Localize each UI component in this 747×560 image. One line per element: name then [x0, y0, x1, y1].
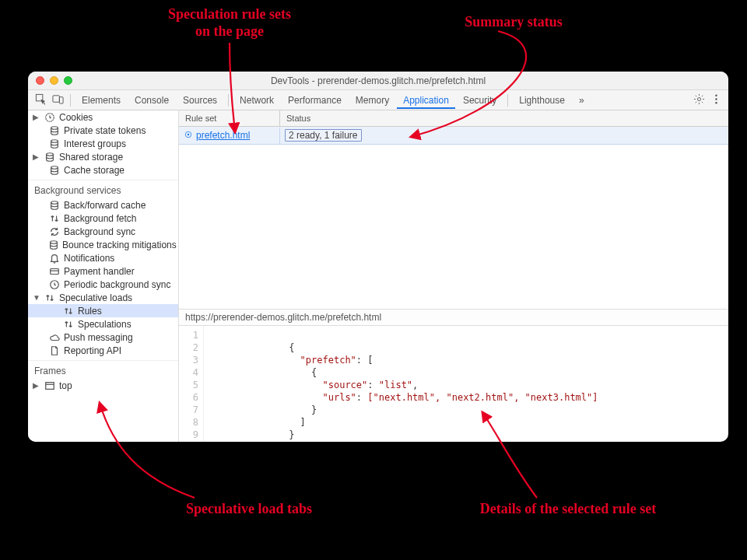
- sidebar-item-interest-groups[interactable]: Interest groups: [28, 137, 178, 150]
- sidebar-item-notifications[interactable]: Notifications: [28, 251, 178, 264]
- svg-rect-2: [59, 96, 63, 103]
- sidebar-heading-frames: Frames: [28, 360, 178, 379]
- minimize-window-button[interactable]: [50, 76, 58, 85]
- svg-point-12: [51, 201, 58, 204]
- source-path: https://prerender-demos.glitch.me/prefet…: [179, 309, 728, 325]
- sidebar-item-private-state-tokens[interactable]: Private state tokens: [28, 124, 178, 137]
- database-icon: [48, 125, 61, 136]
- device-toolbar-icon[interactable]: [50, 93, 65, 107]
- updown-icon: [62, 306, 75, 317]
- database-icon: [48, 138, 61, 149]
- traffic-lights: [36, 76, 72, 85]
- svg-point-4: [715, 94, 717, 96]
- window-title: DevTools - prerender-demos.glitch.me/pre…: [28, 75, 728, 86]
- close-window-button[interactable]: [36, 76, 44, 85]
- database-icon: [48, 200, 61, 211]
- svg-point-11: [51, 166, 58, 169]
- devtools-tabbar: Elements Console Sources Network Perform…: [28, 90, 728, 110]
- tab-network[interactable]: Network: [233, 92, 280, 109]
- source-code[interactable]: { "prefetch": [ { "source": "list", "url…: [204, 326, 728, 442]
- window-titlebar: DevTools - prerender-demos.glitch.me/pre…: [28, 72, 728, 90]
- svg-rect-14: [51, 268, 59, 274]
- tab-performance[interactable]: Performance: [282, 92, 348, 109]
- line-gutter: 123456789: [179, 326, 204, 442]
- svg-point-9: [51, 139, 58, 142]
- maximize-window-button[interactable]: [64, 76, 72, 85]
- sidebar-item-payment-handler[interactable]: Payment handler: [28, 264, 178, 278]
- sidebar-item-top-frame[interactable]: ▶top: [28, 379, 178, 392]
- ruleset-status[interactable]: 2 ready, 1 failure: [280, 127, 728, 144]
- database-icon: [48, 240, 59, 250]
- kebab-menu-icon[interactable]: [708, 93, 724, 107]
- sidebar-item-push-messaging[interactable]: Push messaging: [28, 331, 178, 344]
- annotation-speculative-tabs: Speculative load tabs: [148, 501, 350, 518]
- sidebar-item-bg-fetch[interactable]: Background fetch: [28, 212, 178, 225]
- svg-rect-1: [52, 95, 58, 101]
- source-code-pane: 123456789 { "prefetch": [ { "source": "l…: [179, 325, 728, 442]
- tab-sources[interactable]: Sources: [177, 92, 223, 109]
- annotation-rule-sets: Speculation rule setson the page: [140, 6, 319, 40]
- updown-icon: [48, 213, 61, 224]
- svg-point-18: [188, 133, 189, 135]
- application-sidebar: ▶Cookies Private state tokens Interest g…: [28, 110, 179, 442]
- inspect-icon[interactable]: [33, 93, 48, 107]
- ruleset-link[interactable]: prefetch.html: [179, 128, 280, 144]
- database-icon: [48, 165, 61, 176]
- database-icon: [44, 152, 56, 163]
- bell-icon: [48, 253, 61, 264]
- rules-table-header: Rule set Status: [179, 110, 728, 127]
- sidebar-item-reporting-api[interactable]: Reporting API: [28, 344, 178, 357]
- ruleset-row[interactable]: prefetch.html 2 ready, 1 failure: [179, 127, 728, 145]
- tab-console[interactable]: Console: [128, 92, 175, 109]
- sidebar-heading-background-services: Background services: [28, 180, 178, 198]
- clock-icon: [48, 279, 61, 290]
- card-icon: [48, 266, 61, 277]
- svg-point-5: [715, 98, 717, 100]
- annotation-summary-status: Summary status: [436, 14, 591, 31]
- svg-point-3: [697, 97, 700, 100]
- svg-rect-16: [46, 382, 54, 389]
- tab-lighthouse[interactable]: Lighthouse: [513, 92, 571, 109]
- sidebar-item-bg-sync[interactable]: Background sync: [28, 225, 178, 238]
- tab-security[interactable]: Security: [457, 92, 503, 109]
- sidebar-item-speculative-loads[interactable]: ▼Speculative loads: [28, 291, 178, 304]
- col-header-ruleset[interactable]: Rule set: [179, 110, 280, 126]
- svg-point-10: [47, 152, 54, 156]
- annotation-details: Details of the selected rule set: [444, 501, 693, 518]
- cloud-icon: [48, 332, 61, 343]
- col-header-status[interactable]: Status: [280, 110, 728, 126]
- svg-point-6: [715, 101, 717, 103]
- updown-icon: [62, 319, 75, 330]
- svg-point-8: [51, 126, 58, 129]
- updown-icon: [44, 292, 56, 303]
- frame-icon: [44, 380, 56, 391]
- sidebar-item-cache-storage[interactable]: Cache storage: [28, 163, 178, 177]
- sidebar-item-speculations[interactable]: Speculations: [28, 317, 178, 331]
- sidebar-item-rules[interactable]: Rules: [28, 304, 178, 317]
- target-icon: [184, 130, 193, 142]
- tabs-overflow[interactable]: »: [573, 92, 591, 109]
- document-icon: [48, 345, 61, 356]
- settings-icon[interactable]: [691, 93, 707, 107]
- sidebar-item-cookies[interactable]: ▶Cookies: [28, 110, 178, 124]
- devtools-window: DevTools - prerender-demos.glitch.me/pre…: [28, 72, 728, 442]
- tab-elements[interactable]: Elements: [75, 92, 127, 109]
- rules-main-pane: Rule set Status prefetch.html 2 ready, 1…: [179, 110, 728, 442]
- sidebar-item-bounce-tracking[interactable]: Bounce tracking mitigations: [28, 238, 178, 251]
- sidebar-item-periodic-sync[interactable]: Periodic background sync: [28, 278, 178, 291]
- svg-point-13: [51, 240, 58, 243]
- clock-icon: [44, 112, 56, 123]
- tab-memory[interactable]: Memory: [349, 92, 395, 109]
- sidebar-item-bfcache[interactable]: Back/forward cache: [28, 198, 178, 212]
- sync-icon: [48, 226, 61, 237]
- tab-application[interactable]: Application: [397, 92, 455, 109]
- sidebar-item-shared-storage[interactable]: ▶Shared storage: [28, 150, 178, 163]
